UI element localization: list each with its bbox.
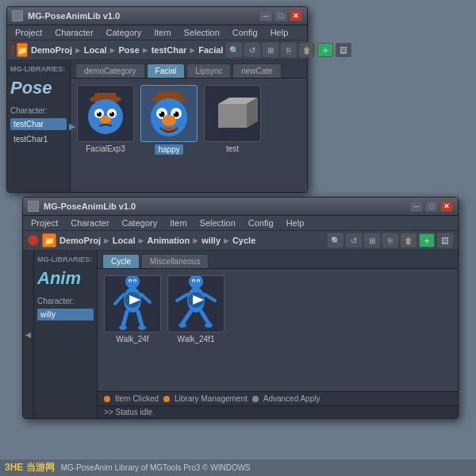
bc-demoproj-2: DemoProj xyxy=(60,236,101,245)
tab-miscellaneous[interactable]: Miscellaneous xyxy=(141,254,209,268)
menu-selection-2[interactable]: Selection xyxy=(197,217,239,228)
svg-point-41 xyxy=(198,281,199,282)
tab-democategory[interactable]: demoCategory xyxy=(75,63,145,78)
bc-testchar-1: testChar xyxy=(152,45,187,55)
grid-label-2: happy xyxy=(155,144,182,155)
sidebar-arrow-1[interactable]: ► xyxy=(67,120,78,132)
menu-category-1[interactable]: Category xyxy=(103,27,145,38)
minimize-btn-2[interactable]: ─ xyxy=(410,201,423,212)
bc-local-2: Local xyxy=(113,236,136,245)
svg-point-49 xyxy=(178,323,186,328)
copy-icon-2[interactable]: ⎘ xyxy=(382,233,398,248)
label-item-clicked: Item Clicked xyxy=(115,394,159,403)
close-btn-2[interactable]: ✕ xyxy=(440,201,453,212)
bottom-credit: MG-PoseAnim Library of MGTools Pro3 © WI… xyxy=(61,463,251,472)
grid-item-img-walk2 xyxy=(167,275,225,332)
delete-icon-1[interactable]: 🗑 xyxy=(299,43,315,57)
sidebar-type-1: Pose xyxy=(10,78,67,98)
svg-point-5 xyxy=(97,112,102,117)
dot-item-clicked xyxy=(104,396,110,402)
add-icon-2[interactable]: + xyxy=(419,233,435,248)
collapse-panel[interactable]: ◄ xyxy=(23,251,34,418)
bc-animation-2: Animation xyxy=(147,236,190,245)
svg-line-34 xyxy=(141,294,150,302)
image-icon-2[interactable]: 🖼 xyxy=(437,233,453,248)
menu-selection-1[interactable]: Selection xyxy=(181,27,223,38)
menu-category-2[interactable]: Category xyxy=(119,217,161,228)
copy-icon-1[interactable]: ⎘ xyxy=(281,43,297,57)
grid-item-facialexp3[interactable]: FacialExp3 xyxy=(77,85,134,155)
add-icon-1[interactable]: + xyxy=(317,43,333,57)
grid-item-walk24f1[interactable]: Walk_24f1 xyxy=(167,275,225,344)
sidebar-1: MG-LIBRARIES: Pose Character: testChar t… xyxy=(7,60,71,192)
dot-adv-apply xyxy=(252,396,259,402)
grid-item-test[interactable]: test xyxy=(204,85,261,155)
image-icon-1[interactable]: 🖼 xyxy=(336,43,351,57)
window1-title: MG-PoseAnimLib v1.0 xyxy=(28,11,255,21)
svg-point-37 xyxy=(189,275,203,289)
grid-item-walk24f[interactable]: Walk_24f xyxy=(104,275,161,344)
svg-point-17 xyxy=(159,112,161,113)
svg-point-9 xyxy=(100,116,111,124)
dot-lib-mgmt xyxy=(163,396,170,402)
menu-character-2[interactable]: Character xyxy=(67,217,112,228)
stop-btn-1[interactable] xyxy=(12,44,13,56)
svg-line-45 xyxy=(182,312,190,324)
tab-facial[interactable]: Facial xyxy=(147,63,186,78)
char-item-testchar1[interactable]: testChar1 xyxy=(10,133,67,145)
menu-character-1[interactable]: Character xyxy=(52,27,96,38)
search-icon-2[interactable]: 🔍 xyxy=(328,233,344,248)
menu-project-2[interactable]: Project xyxy=(28,217,61,228)
char-item-willy[interactable]: willy xyxy=(37,309,94,321)
sidebar-label-2: MG-LIBRARIES: xyxy=(37,255,94,263)
search-icon-1[interactable]: 🔍 xyxy=(226,43,242,57)
toolbar-1: 📁 DemoProj ► Local ► Pose ► testChar ► F… xyxy=(7,40,307,60)
svg-point-40 xyxy=(193,281,194,282)
folder-btn-2[interactable]: 📁 xyxy=(42,233,56,248)
svg-point-35 xyxy=(119,325,127,330)
grid-item-happy[interactable]: happy xyxy=(140,85,198,155)
refresh-icon-2[interactable]: ↺ xyxy=(346,233,362,248)
svg-point-26 xyxy=(129,281,131,282)
stop-btn-2[interactable] xyxy=(28,235,39,246)
menu-config-2[interactable]: Config xyxy=(245,217,277,228)
label-adv-apply: Advanced Apply xyxy=(263,394,321,403)
bc-willy-2: willy xyxy=(202,236,221,245)
status-idle: >> Status idle. xyxy=(104,408,155,416)
maximize-btn-2[interactable]: □ xyxy=(425,201,438,212)
menu-help-1[interactable]: Help xyxy=(267,27,292,38)
label-lib-mgmt: Library Management xyxy=(175,394,248,403)
sidebar-2: MG-LIBRARIES: Anim Character: willy xyxy=(34,251,98,418)
content-2: ◄ MG-LIBRARIES: Anim Character: willy Cy… xyxy=(23,251,458,418)
menu-help-2[interactable]: Help xyxy=(283,217,308,228)
tab-cycle[interactable]: Cycle xyxy=(102,254,140,268)
tab-newcate[interactable]: newCate xyxy=(232,63,281,78)
maximize-btn-1[interactable]: □ xyxy=(274,10,287,21)
items-grid-1: FacialExp3 xyxy=(71,79,307,192)
grid-item-img-3 xyxy=(204,85,261,142)
grid-icon-2[interactable]: ⊞ xyxy=(364,233,380,248)
menu-item-1[interactable]: Item xyxy=(151,27,174,38)
char-item-testchar[interactable]: testChar xyxy=(10,118,67,130)
svg-point-50 xyxy=(205,323,213,328)
tab-lipsync[interactable]: Lipsync xyxy=(186,63,231,78)
delete-icon-2[interactable]: 🗑 xyxy=(401,233,416,248)
window2-title: MG-PoseAnimLib v1.0 xyxy=(44,202,405,211)
close-btn-1[interactable]: ✕ xyxy=(290,10,302,21)
menu-bar-2: Project Character Category Item Selectio… xyxy=(23,216,458,231)
menu-item-2[interactable]: Item xyxy=(167,217,190,228)
menu-config-1[interactable]: Config xyxy=(229,27,261,38)
toolbar-right-2: 🔍 ↺ ⊞ ⎘ 🗑 + 🖼 xyxy=(328,233,453,248)
bc-local-1: Local xyxy=(84,45,107,55)
menu-project-1[interactable]: Project xyxy=(12,27,45,38)
minimize-btn-1[interactable]: ─ xyxy=(259,10,272,21)
title-bar-1: MG-PoseAnimLib v1.0 ─ □ ✕ xyxy=(7,7,307,25)
grid-icon-1[interactable]: ⊞ xyxy=(263,43,278,57)
main-panel-2: Cycle Miscellaneous xyxy=(98,251,458,418)
breadcrumb-1: DemoProj ► Local ► Pose ► testChar ► Fac… xyxy=(31,45,223,55)
svg-point-36 xyxy=(138,325,146,330)
folder-btn-1[interactable]: 📁 xyxy=(17,43,28,57)
logo-3he: 3HE 当游网 xyxy=(5,461,55,474)
refresh-icon-1[interactable]: ↺ xyxy=(244,43,260,57)
svg-point-27 xyxy=(134,281,136,282)
